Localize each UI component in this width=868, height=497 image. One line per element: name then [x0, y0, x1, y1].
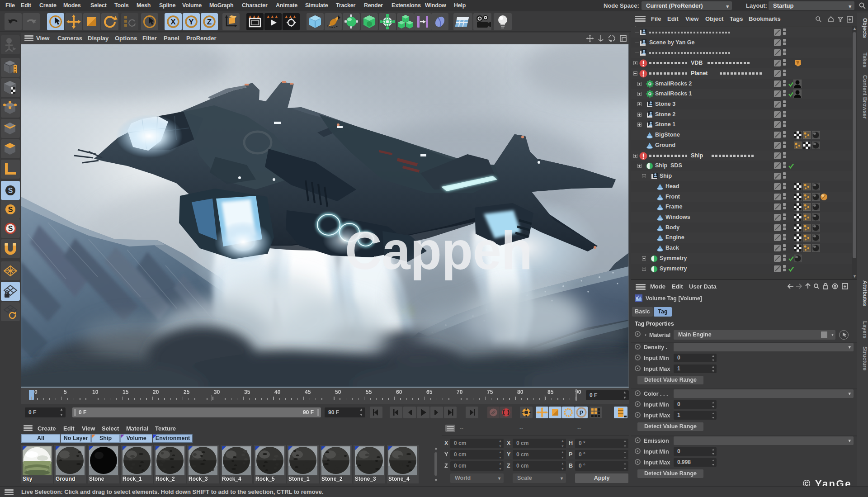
svg-text:X: X [170, 18, 176, 26]
svg-text:S: S [8, 187, 13, 194]
svg-text:Z: Z [207, 18, 212, 26]
svg-text:Cappeh: Cappeh [345, 221, 533, 280]
svg-text:P: P [580, 409, 584, 416]
svg-text:Y: Y [189, 18, 194, 26]
svg-text:S: S [8, 225, 13, 232]
svg-text:S: S [8, 206, 13, 213]
